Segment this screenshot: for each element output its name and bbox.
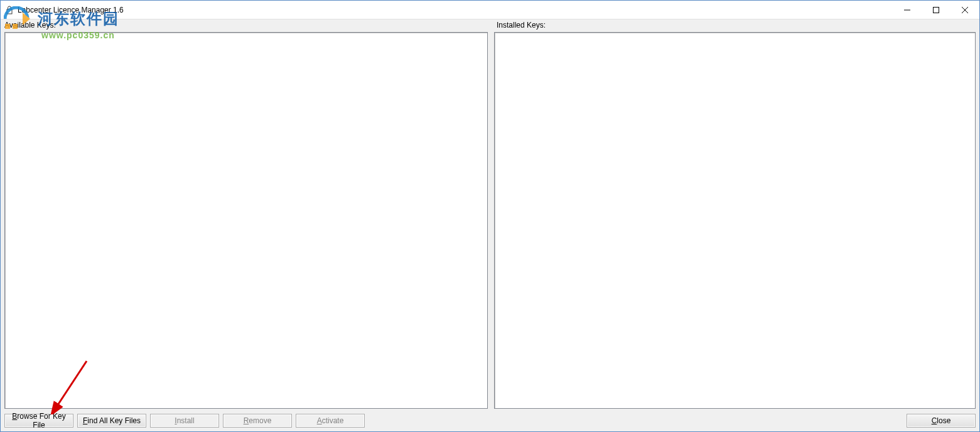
find-all-key-files-button[interactable]: Find All Key Files (77, 414, 146, 428)
app-icon (4, 5, 14, 15)
svg-rect-0 (7, 9, 12, 14)
remove-button: Remove (223, 414, 292, 428)
installed-keys-list[interactable] (494, 32, 976, 409)
main-window: Labcenter Licence Manager 1.6 Available … (0, 0, 980, 432)
available-keys-list[interactable] (4, 32, 488, 409)
activate-button: Activate (296, 414, 365, 428)
maximize-button[interactable] (922, 1, 950, 19)
close-button[interactable]: Close (907, 414, 976, 428)
labels-row: Available Keys: Installed Keys: (4, 21, 976, 32)
available-keys-label: Available Keys: (4, 21, 488, 32)
window-title: Labcenter Licence Manager 1.6 (18, 6, 893, 14)
panels-row (4, 32, 976, 409)
install-button: Install (150, 414, 219, 428)
window-controls (893, 1, 979, 19)
browse-for-key-file-button[interactable]: Browse For Key File (4, 414, 73, 428)
installed-keys-label: Installed Keys: (494, 21, 976, 32)
svg-rect-2 (934, 7, 939, 13)
button-row: Browse For Key File Find All Key Files I… (4, 414, 976, 428)
minimize-button[interactable] (893, 1, 922, 19)
titlebar: Labcenter Licence Manager 1.6 (1, 1, 979, 19)
close-window-button[interactable] (950, 1, 979, 19)
client-area: Available Keys: Installed Keys: Browse F… (1, 19, 979, 431)
